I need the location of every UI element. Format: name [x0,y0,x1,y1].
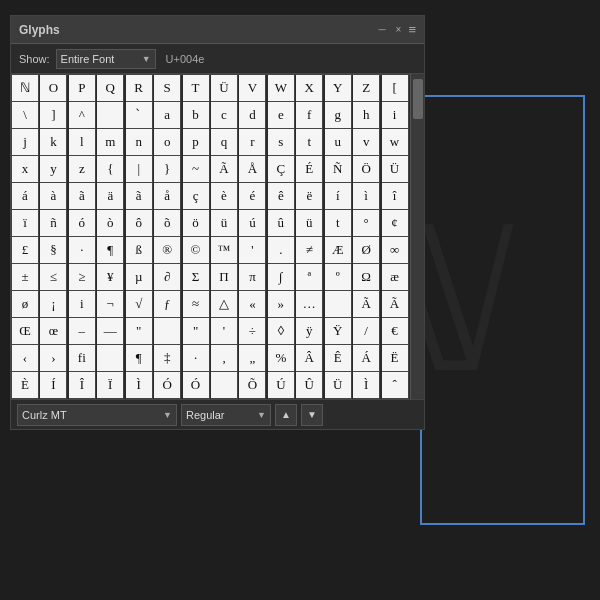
glyph-cell[interactable]: l [69,129,96,156]
glyph-cell[interactable]: Ñ [325,156,352,183]
glyph-cell[interactable]: ü [211,210,238,237]
glyph-cell[interactable]: · [69,237,96,264]
glyph-cell[interactable]: p [183,129,210,156]
glyph-cell[interactable]: § [40,237,67,264]
glyph-cell[interactable]: n [126,129,153,156]
glyph-cell[interactable]: Ω [353,264,380,291]
glyph-cell[interactable]: " [126,318,153,345]
glyph-cell[interactable]: è [211,183,238,210]
glyph-cell[interactable]: Ë [382,345,409,372]
glyph-cell[interactable]: ï [12,210,39,237]
glyph-cell[interactable] [97,102,124,129]
glyph-cell[interactable]: ∞ [382,237,409,264]
glyph-cell[interactable]: » [268,291,295,318]
glyph-cell[interactable]: Ì [353,372,380,399]
glyph-cell[interactable]: Ê [325,345,352,372]
glyph-cell[interactable]: ˆ [382,372,409,399]
glyph-cell[interactable]: Ó [154,372,181,399]
glyph-cell[interactable]: fi [69,345,96,372]
glyph-cell[interactable]: Á [353,345,380,372]
glyph-cell[interactable]: à [40,183,67,210]
glyph-cell[interactable]: © [183,237,210,264]
glyph-cell[interactable]: ∫ [268,264,295,291]
glyph-cell[interactable]: Ç [268,156,295,183]
glyph-cell[interactable]: « [239,291,266,318]
style-dropdown[interactable]: Regular ▼ [181,404,271,426]
glyph-cell[interactable]: æ [382,264,409,291]
glyph-cell[interactable]: ä [97,183,124,210]
glyph-cell[interactable]: y [40,156,67,183]
glyph-cell[interactable]: w [382,129,409,156]
glyph-cell[interactable]: ã [69,183,96,210]
glyph-cell[interactable]: ò [97,210,124,237]
glyph-cell[interactable]: ˋ [126,102,153,129]
glyph-cell[interactable]: — [97,318,124,345]
glyph-cell[interactable]: O [40,75,67,102]
glyph-cell[interactable]: ú [239,210,266,237]
glyph-cell[interactable]: X [296,75,323,102]
glyph-cell[interactable]: – [69,318,96,345]
glyph-cell[interactable]: Í [40,372,67,399]
glyph-cell[interactable]: Q [97,75,124,102]
glyph-cell[interactable]: | [126,156,153,183]
glyph-cell[interactable]: í [325,183,352,210]
glyph-cell[interactable] [97,345,124,372]
glyph-cell[interactable]: ¬ [97,291,124,318]
glyph-cell[interactable]: ö [183,210,210,237]
panel-menu-button[interactable]: ≡ [408,22,416,37]
glyph-cell[interactable]: € [382,318,409,345]
glyph-cell[interactable]: é [239,183,266,210]
glyph-cell[interactable]: Ø [353,237,380,264]
glyph-cell[interactable]: ≤ [40,264,67,291]
glyph-cell[interactable]: … [296,291,323,318]
glyph-cell[interactable]: i [382,102,409,129]
glyph-cell[interactable]: ë [296,183,323,210]
glyph-cell[interactable]: Å [239,156,266,183]
glyph-cell[interactable]: k [40,129,67,156]
glyph-cell[interactable]: " [183,318,210,345]
glyph-cell[interactable]: s [268,129,295,156]
glyph-cell[interactable]: V [239,75,266,102]
glyph-cell[interactable]: ¢ [382,210,409,237]
glyph-cell[interactable]: Ú [268,372,295,399]
glyph-cell[interactable]: i [69,291,96,318]
glyph-cell[interactable]: ß [126,237,153,264]
glyph-cell[interactable]: Û [296,372,323,399]
glyph-cell[interactable]: ƒ [154,291,181,318]
glyph-cell[interactable]: › [40,345,67,372]
glyph-cell[interactable]: a [154,102,181,129]
glyph-cell[interactable]: j [12,129,39,156]
glyph-cell[interactable]: ® [154,237,181,264]
glyph-cell[interactable]: ' [211,318,238,345]
glyph-cell[interactable]: [ [382,75,409,102]
glyph-cell[interactable]: ¶ [97,237,124,264]
scrollbar[interactable] [410,74,424,399]
glyph-cell[interactable]: Œ [12,318,39,345]
glyph-cell[interactable]: T [183,75,210,102]
scrollbar-thumb[interactable] [413,79,423,119]
glyph-cell[interactable]: ñ [40,210,67,237]
glyph-cell[interactable]: ¥ [97,264,124,291]
glyph-cell[interactable] [154,318,181,345]
glyph-cell[interactable]: ° [353,210,380,237]
glyph-cell[interactable]: û [268,210,295,237]
glyph-cell[interactable]: z [69,156,96,183]
nav-down-button[interactable]: ▲ [275,404,297,426]
glyph-cell[interactable]: ≥ [69,264,96,291]
glyph-cell[interactable]: ± [12,264,39,291]
glyph-cell[interactable]: Ö [353,156,380,183]
glyph-cell[interactable]: á [12,183,39,210]
glyph-cell[interactable]: ^ [69,102,96,129]
glyph-cell[interactable]: % [268,345,295,372]
glyph-cell[interactable]: , [211,345,238,372]
glyph-cell[interactable]: ℕ [12,75,39,102]
glyph-cell[interactable]: Ã [382,291,409,318]
glyph-cell[interactable]: Â [296,345,323,372]
glyph-cell[interactable] [211,372,238,399]
glyph-cell[interactable]: t [325,210,352,237]
glyph-cell[interactable]: ≠ [296,237,323,264]
glyph-cell[interactable]: Σ [183,264,210,291]
glyph-cell[interactable]: µ [126,264,153,291]
glyph-cell[interactable]: ‹ [12,345,39,372]
glyph-cell[interactable]: f [296,102,323,129]
